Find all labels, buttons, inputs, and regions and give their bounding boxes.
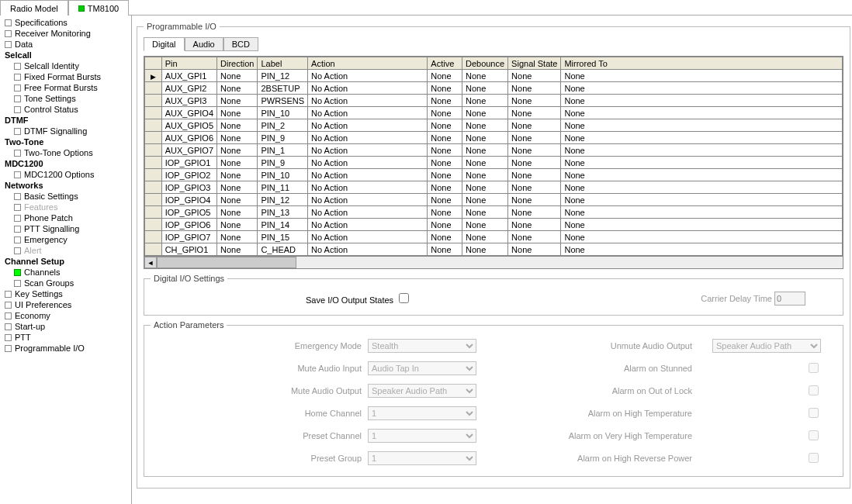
table-cell[interactable]: IOP_GPIO1 bbox=[161, 157, 216, 169]
table-cell[interactable]: PIN_12 bbox=[258, 70, 308, 82]
table-cell[interactable]: None bbox=[217, 243, 258, 256]
save-states-checkbox[interactable] bbox=[399, 293, 409, 303]
table-cell[interactable]: PIN_11 bbox=[258, 181, 308, 194]
table-cell[interactable]: No Action bbox=[308, 181, 428, 194]
table-row[interactable]: AUX_GPIO5NonePIN_2No ActionNoneNoneNoneN… bbox=[145, 119, 843, 132]
table-cell[interactable]: No Action bbox=[308, 144, 428, 157]
table-cell[interactable]: None bbox=[561, 119, 843, 132]
table-cell[interactable]: None bbox=[428, 206, 462, 219]
tree-item[interactable]: Free Format Bursts bbox=[0, 82, 131, 93]
table-cell[interactable]: IOP_GPIO3 bbox=[161, 181, 216, 194]
tree-item[interactable]: Features bbox=[0, 202, 131, 212]
table-cell[interactable]: No Action bbox=[308, 169, 428, 181]
table-cell[interactable]: None bbox=[217, 169, 258, 181]
param-checkbox[interactable] bbox=[809, 408, 819, 418]
table-cell[interactable]: None bbox=[217, 132, 258, 144]
column-header[interactable]: Direction bbox=[217, 57, 258, 70]
tree-item[interactable]: Emergency bbox=[0, 234, 131, 245]
param-select[interactable]: Stealth bbox=[368, 339, 476, 353]
table-row[interactable]: AUX_GPIO4NonePIN_10No ActionNoneNoneNone… bbox=[145, 107, 843, 119]
tree-item[interactable]: Tone Settings bbox=[0, 93, 131, 104]
row-header[interactable] bbox=[145, 119, 162, 132]
row-header[interactable] bbox=[145, 157, 162, 169]
tree-item[interactable]: MDC1200 bbox=[0, 158, 131, 169]
table-cell[interactable]: CH_GPIO1 bbox=[161, 243, 216, 256]
table-cell[interactable]: None bbox=[508, 119, 561, 132]
param-select[interactable]: 1 bbox=[368, 406, 476, 420]
tree-item[interactable]: Scan Groups bbox=[0, 278, 131, 288]
param-checkbox[interactable] bbox=[809, 385, 819, 395]
table-row[interactable]: AUX_GPI3NonePWRSENSNo ActionNoneNoneNone… bbox=[145, 95, 843, 107]
table-cell[interactable]: None bbox=[508, 82, 561, 95]
row-header[interactable] bbox=[145, 82, 162, 95]
tree-item[interactable]: Key Settings bbox=[0, 288, 131, 299]
sub-tab[interactable]: Audio bbox=[185, 37, 223, 51]
tree-item[interactable]: Fixed Format Bursts bbox=[0, 71, 131, 82]
table-cell[interactable]: None bbox=[428, 119, 462, 132]
param-select[interactable]: 1 bbox=[368, 429, 476, 443]
table-cell[interactable]: None bbox=[428, 231, 462, 243]
table-cell[interactable]: PIN_9 bbox=[258, 157, 308, 169]
table-cell[interactable]: None bbox=[217, 95, 258, 107]
table-cell[interactable]: None bbox=[428, 95, 462, 107]
table-cell[interactable]: None bbox=[508, 95, 561, 107]
table-cell[interactable]: None bbox=[462, 231, 507, 243]
param-select[interactable]: Speaker Audio Path bbox=[712, 339, 821, 353]
tree-item[interactable]: Two-Tone Options bbox=[0, 147, 131, 158]
tree-item[interactable]: Networks bbox=[0, 180, 131, 191]
table-cell[interactable]: None bbox=[462, 169, 507, 181]
tree-item[interactable]: Basic Settings bbox=[0, 191, 131, 202]
table-cell[interactable]: None bbox=[428, 82, 462, 95]
table-cell[interactable]: None bbox=[462, 70, 507, 82]
h-scrollbar[interactable]: ◄ bbox=[144, 256, 843, 268]
table-cell[interactable]: IOP_GPIO5 bbox=[161, 206, 216, 219]
table-cell[interactable]: None bbox=[217, 157, 258, 169]
row-header[interactable] bbox=[145, 181, 162, 194]
table-cell[interactable]: None bbox=[508, 144, 561, 157]
row-header[interactable] bbox=[145, 206, 162, 219]
param-checkbox[interactable] bbox=[809, 430, 819, 440]
table-cell[interactable]: None bbox=[217, 194, 258, 206]
tree-item[interactable]: MDC1200 Options bbox=[0, 169, 131, 180]
row-header[interactable] bbox=[145, 219, 162, 231]
table-cell[interactable]: None bbox=[217, 119, 258, 132]
table-cell[interactable]: AUX_GPIO6 bbox=[161, 132, 216, 144]
column-header[interactable]: Active bbox=[428, 57, 462, 70]
table-cell[interactable]: PIN_10 bbox=[258, 169, 308, 181]
table-cell[interactable]: None bbox=[428, 243, 462, 256]
table-cell[interactable]: None bbox=[561, 219, 843, 231]
table-cell[interactable]: None bbox=[462, 181, 507, 194]
table-cell[interactable]: None bbox=[428, 107, 462, 119]
tree-item[interactable]: Data bbox=[0, 39, 131, 50]
row-header[interactable] bbox=[145, 243, 162, 256]
table-cell[interactable]: None bbox=[462, 206, 507, 219]
row-header[interactable] bbox=[145, 194, 162, 206]
column-header[interactable]: Label bbox=[258, 57, 308, 70]
table-cell[interactable]: PIN_12 bbox=[258, 194, 308, 206]
tree-item[interactable]: Selcall Identity bbox=[0, 60, 131, 71]
column-header[interactable]: Signal State bbox=[508, 57, 561, 70]
table-cell[interactable]: None bbox=[508, 70, 561, 82]
table-cell[interactable]: None bbox=[561, 132, 843, 144]
table-row[interactable]: IOP_GPIO5NonePIN_13No ActionNoneNoneNone… bbox=[145, 206, 843, 219]
table-cell[interactable]: PIN_13 bbox=[258, 206, 308, 219]
table-cell[interactable]: None bbox=[462, 219, 507, 231]
io-table[interactable]: PinDirectionLabelActionActiveDebounceSig… bbox=[144, 56, 843, 269]
table-cell[interactable]: None bbox=[462, 107, 507, 119]
table-cell[interactable]: No Action bbox=[308, 119, 428, 132]
table-cell[interactable]: PWRSENS bbox=[258, 95, 308, 107]
tree-item[interactable]: Alert bbox=[0, 245, 131, 256]
table-cell[interactable]: None bbox=[217, 107, 258, 119]
row-header[interactable] bbox=[145, 169, 162, 181]
table-cell[interactable]: IOP_GPIO2 bbox=[161, 169, 216, 181]
scroll-thumb[interactable] bbox=[157, 257, 296, 268]
column-header[interactable]: Pin bbox=[161, 57, 216, 70]
table-cell[interactable]: None bbox=[508, 107, 561, 119]
table-cell[interactable]: None bbox=[508, 206, 561, 219]
table-cell[interactable]: PIN_10 bbox=[258, 107, 308, 119]
table-cell[interactable]: None bbox=[462, 95, 507, 107]
table-cell[interactable]: None bbox=[217, 82, 258, 95]
table-cell[interactable]: None bbox=[217, 70, 258, 82]
table-cell[interactable]: None bbox=[561, 95, 843, 107]
table-cell[interactable]: No Action bbox=[308, 206, 428, 219]
